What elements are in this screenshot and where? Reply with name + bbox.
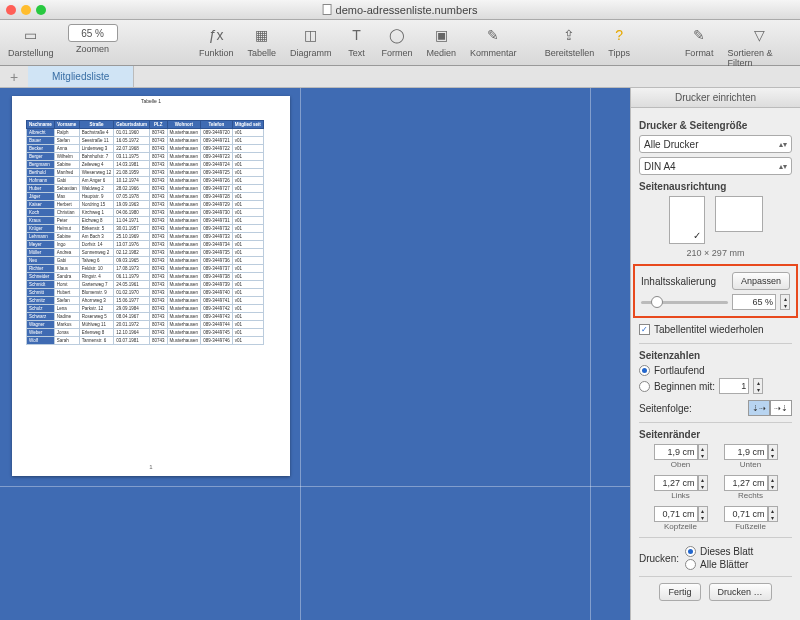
zoom-select[interactable]: 65 % Zoomen — [68, 24, 118, 54]
page-numbers-label: Seitenzahlen — [639, 350, 792, 361]
page-number: 1 — [149, 464, 152, 470]
radio-continuous[interactable]: Fortlaufend — [639, 365, 792, 376]
page-preview-1: Tabelle 1 NachnameVornameStraßeGeburtsda… — [12, 96, 290, 476]
paper-select[interactable]: DIN A4▴▾ — [639, 157, 792, 175]
chart-button[interactable]: ◫Diagramm — [290, 24, 332, 58]
radio-all-sheets[interactable]: Alle Blätter — [685, 559, 753, 570]
printer-size-label: Drucker & Seitengröße — [639, 120, 792, 131]
margin-right-stepper[interactable]: ▴▾ — [768, 475, 778, 491]
share-button[interactable]: ⇪Bereitstellen — [545, 24, 595, 58]
format-button[interactable]: ✎Format — [685, 24, 714, 58]
margin-top[interactable]: 1,9 cm — [654, 444, 698, 460]
start-page-value[interactable]: 1 — [719, 378, 749, 394]
orientation-landscape[interactable] — [715, 196, 763, 232]
radio-this-sheet[interactable]: Dieses Blatt — [685, 546, 753, 557]
repeat-headers-checkbox[interactable]: ✓Tabellentitel wiederholen — [639, 324, 792, 335]
margin-footer-stepper[interactable]: ▴▾ — [768, 506, 778, 522]
sheet-tab-mitgliedsliste[interactable]: Mitgliedsliste — [28, 66, 134, 87]
sort-filter-button[interactable]: ▽Sortieren & Filtern — [727, 24, 792, 68]
table-title: Tabelle 1 — [12, 96, 290, 106]
margin-bottom[interactable]: 1,9 cm — [724, 444, 768, 460]
orientation-label: Seitenausrichtung — [639, 181, 792, 192]
minimize-icon[interactable] — [21, 5, 31, 15]
close-icon[interactable] — [6, 5, 16, 15]
scaling-label: Inhaltsskalierung — [641, 276, 716, 287]
page-order-segment[interactable]: ⇣⇢⇢⇣ — [748, 400, 792, 416]
text-button[interactable]: TText — [346, 24, 368, 58]
margin-bottom-stepper[interactable]: ▴▾ — [768, 444, 778, 460]
window-title: demo-adressenliste.numbers — [323, 4, 478, 16]
zoom-icon[interactable] — [36, 5, 46, 15]
tips-button[interactable]: ?Tipps — [608, 24, 630, 58]
page-order-label: Seitenfolge: — [639, 403, 692, 414]
fit-button[interactable]: Anpassen — [732, 272, 790, 290]
margin-footer[interactable]: 0,71 cm — [724, 506, 768, 522]
sidebar-title: Drucker einrichten — [631, 88, 800, 108]
scaling-highlight: Inhaltsskalierung Anpassen 65 % ▴▾ — [633, 264, 798, 318]
comment-button[interactable]: ✎Kommentar — [470, 24, 517, 58]
print-button[interactable]: Drucken … — [709, 583, 772, 601]
print-sidebar: Drucker einrichten Drucker & Seitengröße… — [630, 88, 800, 620]
scale-value[interactable]: 65 % — [732, 294, 776, 310]
margin-left-stepper[interactable]: ▴▾ — [698, 475, 708, 491]
printer-select[interactable]: Alle Drucker▴▾ — [639, 135, 792, 153]
document-icon — [323, 4, 332, 15]
traffic-lights — [6, 5, 46, 15]
done-button[interactable]: Fertig — [659, 583, 700, 601]
margins-label: Seitenränder — [639, 429, 792, 440]
start-page-stepper[interactable]: ▴▾ — [753, 378, 763, 394]
titlebar: demo-adressenliste.numbers — [0, 0, 800, 20]
margin-left[interactable]: 1,27 cm — [654, 475, 698, 491]
scale-stepper[interactable]: ▴▾ — [780, 294, 790, 310]
member-table: NachnameVornameStraßeGeburtsdatumPLZWohn… — [26, 120, 264, 345]
shapes-button[interactable]: ◯Formen — [382, 24, 413, 58]
margin-top-stepper[interactable]: ▴▾ — [698, 444, 708, 460]
view-button[interactable]: ▭Darstellung — [8, 24, 54, 58]
page-dimensions: 210 × 297 mm — [639, 248, 792, 258]
print-canvas[interactable]: Tabelle 1 NachnameVornameStraßeGeburtsda… — [0, 88, 630, 620]
function-button[interactable]: ƒxFunktion — [199, 24, 234, 58]
toolbar: ▭Darstellung 65 % Zoomen ƒxFunktion ▦Tab… — [0, 20, 800, 66]
print-scope-label: Drucken: — [639, 553, 679, 564]
sheet-tabbar: + Mitgliedsliste — [0, 66, 800, 88]
margin-header[interactable]: 0,71 cm — [654, 506, 698, 522]
margin-right[interactable]: 1,27 cm — [724, 475, 768, 491]
orientation-portrait[interactable]: ✓ — [669, 196, 705, 244]
media-button[interactable]: ▣Medien — [427, 24, 457, 58]
table-button[interactable]: ▦Tabelle — [248, 24, 277, 58]
add-sheet-button[interactable]: + — [0, 66, 28, 87]
scale-slider[interactable] — [641, 295, 728, 309]
margin-header-stepper[interactable]: ▴▾ — [698, 506, 708, 522]
radio-start-with[interactable]: Beginnen mit: 1 ▴▾ — [639, 378, 792, 394]
